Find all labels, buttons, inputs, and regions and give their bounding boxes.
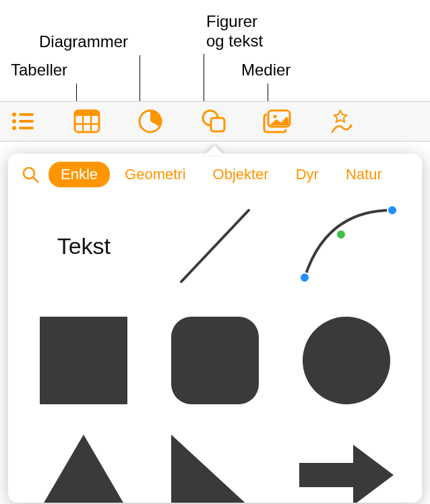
svg-rect-3: [19, 120, 34, 123]
text-shape-label: Tekst: [57, 233, 111, 259]
search-icon: [22, 166, 39, 183]
tab-nature[interactable]: Natur: [334, 162, 394, 187]
tables-button[interactable]: [70, 104, 104, 138]
svg-rect-5: [19, 127, 34, 129]
list-format-button[interactable]: [7, 104, 40, 138]
callout-media: Medier: [241, 61, 290, 80]
shapes-icon: [200, 108, 227, 134]
tab-geometry[interactable]: Geometri: [113, 162, 197, 187]
svg-point-4: [12, 126, 16, 130]
shape-text[interactable]: Tekst: [26, 195, 141, 296]
search-button[interactable]: [15, 162, 46, 187]
svg-line-17: [181, 210, 249, 282]
toolbar: [0, 101, 430, 141]
svg-rect-1: [19, 113, 34, 116]
callout-shapes-text: Figurer og tekst: [206, 12, 263, 51]
shape-circle[interactable]: [289, 310, 404, 411]
svg-point-2: [12, 119, 16, 123]
shape-rounded-square[interactable]: [158, 310, 272, 411]
category-bar: Enkle Geometri Objekter Dyr Natur: [8, 154, 422, 195]
callout-area: Tabeller Diagrammer Figurer og tekst Med…: [0, 0, 430, 101]
shapes-popover: Enkle Geometri Objekter Dyr Natur Tekst: [8, 154, 422, 503]
draw-button[interactable]: [324, 104, 357, 138]
svg-point-20: [388, 206, 397, 215]
media-button[interactable]: [260, 104, 294, 138]
rounded-square-icon: [171, 317, 259, 404]
callout-line: [140, 55, 140, 101]
callout-tables: Tabeller: [11, 61, 67, 80]
shape-line[interactable]: [158, 195, 272, 296]
tab-objects[interactable]: Objekter: [201, 162, 281, 187]
table-icon: [73, 109, 100, 133]
svg-point-19: [336, 230, 346, 239]
popover-arrow: [205, 146, 224, 155]
right-triangle-icon: [171, 435, 259, 503]
svg-point-18: [300, 273, 309, 282]
tab-simple[interactable]: Enkle: [49, 162, 110, 187]
svg-line-16: [33, 177, 38, 182]
square-icon: [40, 317, 127, 404]
callout-charts: Diagrammer: [39, 32, 128, 52]
line-icon: [168, 202, 262, 290]
list-icon: [11, 111, 36, 131]
svg-point-14: [274, 115, 277, 119]
shape-right-triangle[interactable]: [158, 424, 272, 503]
shapes-grid: Tekst: [8, 195, 422, 503]
callout-line: [76, 84, 77, 101]
svg-rect-12: [211, 118, 224, 131]
draw-icon: [327, 108, 354, 135]
shapes-button[interactable]: [197, 104, 231, 138]
shape-arrow[interactable]: [289, 424, 404, 503]
callout-line: [268, 84, 268, 101]
arrow-icon: [296, 441, 397, 503]
tab-animals[interactable]: Dyr: [284, 162, 331, 187]
shape-triangle[interactable]: [26, 424, 141, 503]
triangle-icon: [36, 435, 131, 503]
charts-button[interactable]: [133, 104, 167, 138]
curve-icon: [293, 202, 400, 290]
circle-icon: [303, 317, 390, 404]
callout-line: [204, 54, 204, 101]
media-icon: [263, 109, 291, 133]
svg-point-0: [12, 113, 16, 117]
pie-chart-icon: [137, 108, 163, 134]
shape-square[interactable]: [26, 310, 141, 411]
shape-curve[interactable]: [289, 195, 404, 296]
